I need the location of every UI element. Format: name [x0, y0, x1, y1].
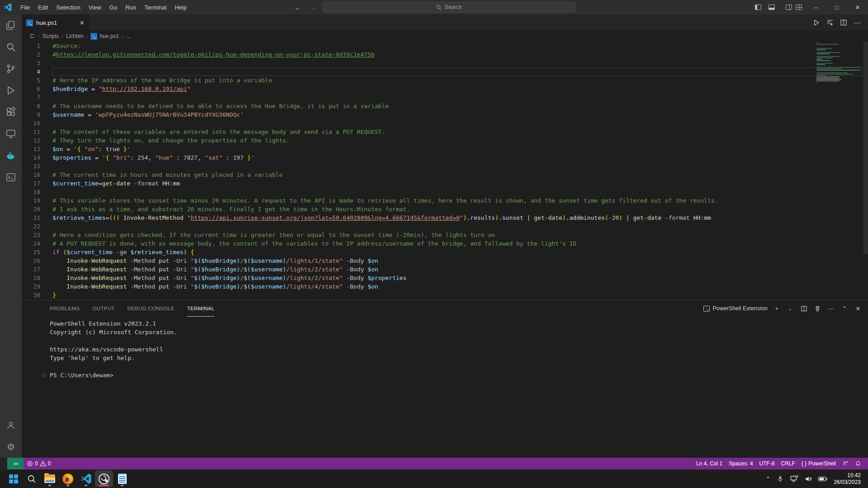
file-explorer-button[interactable]: [41, 470, 59, 487]
toggle-sidebar-icon[interactable]: [751, 0, 765, 14]
menu-edit[interactable]: Edit: [34, 2, 52, 13]
source-control-icon[interactable]: [0, 58, 22, 80]
nav-forward-icon[interactable]: →: [308, 4, 318, 11]
language-mode[interactable]: { } PowerShell: [798, 460, 839, 467]
docker-icon[interactable]: [0, 145, 22, 166]
tray-expand-icon[interactable]: ⌃: [766, 476, 770, 482]
menu-file[interactable]: File: [16, 2, 34, 13]
kill-terminal-icon[interactable]: [813, 303, 822, 313]
encoding[interactable]: UTF-8: [756, 460, 778, 467]
customize-layout-icon[interactable]: [792, 0, 806, 14]
code-line[interactable]: 8# The username needs to be defined to b…: [22, 102, 868, 110]
remote-explorer-icon[interactable]: [0, 123, 22, 145]
code-line[interactable]: 19# This variable stores the sunset time…: [22, 196, 868, 205]
menu-run[interactable]: Run: [121, 2, 140, 13]
code-line[interactable]: 27 Invoke-WebRequest -Method put -Uri "$…: [22, 265, 868, 274]
close-panel-icon[interactable]: ✕: [854, 303, 863, 313]
code-line[interactable]: 23# Here a condition gets checked. If th…: [22, 231, 868, 239]
eol-sequence[interactable]: CRLF: [778, 460, 798, 467]
code-line[interactable]: 30}: [22, 291, 868, 299]
code-line[interactable]: 10: [22, 119, 868, 128]
code-line[interactable]: 9$username = 'wpFPyzu4ezNasWUj75NArBVu34…: [22, 110, 868, 119]
code-line[interactable]: 3: [22, 59, 868, 67]
search-sidebar-icon[interactable]: [0, 36, 22, 58]
code-line[interactable]: 5# Here the IP address of the Hue Bridge…: [22, 76, 868, 85]
code-line[interactable]: 18: [22, 188, 868, 196]
tab-hue-ps1[interactable]: ›_ hue.ps1 ✕: [22, 14, 90, 31]
settings-gear-icon[interactable]: ⚙: [0, 436, 22, 458]
indentation[interactable]: Spaces: 4: [726, 460, 756, 467]
menu-help[interactable]: Help: [171, 2, 191, 13]
explorer-icon[interactable]: [0, 14, 22, 36]
vscode-taskbar-button[interactable]: [77, 470, 95, 487]
split-terminal-icon[interactable]: [799, 303, 808, 313]
code-line[interactable]: 6$hueBridge = "http://192.168.0.191/api": [22, 85, 868, 93]
code-line[interactable]: 15: [22, 162, 868, 171]
new-terminal-icon[interactable]: ＋: [772, 303, 781, 313]
editor-scrollbar[interactable]: [863, 42, 868, 254]
microphone-icon[interactable]: [777, 475, 784, 483]
minimize-button[interactable]: –: [806, 0, 826, 14]
accounts-icon[interactable]: [0, 414, 22, 436]
problems-status[interactable]: 0 0: [24, 458, 54, 469]
breadcrumb-item[interactable]: ...: [126, 33, 131, 39]
minimap[interactable]: [816, 43, 862, 83]
toggle-secondary-sidebar-icon[interactable]: [778, 0, 792, 14]
code-line[interactable]: 2#https://levelup.gitconnected.com/toggl…: [22, 50, 868, 59]
extensions-icon[interactable]: [0, 101, 22, 123]
nav-back-icon[interactable]: ←: [293, 4, 303, 11]
code-line[interactable]: 11# The content of these variables are e…: [22, 128, 868, 136]
breadcrumb-item[interactable]: ›_hue.ps1: [90, 33, 119, 40]
maximize-button[interactable]: □: [826, 0, 847, 14]
terminal-prompt[interactable]: PS C:\Users\dewae>: [50, 371, 868, 379]
panel-tab-debug-console[interactable]: DEBUG CONSOLE: [127, 300, 174, 317]
code-line[interactable]: 17$current_time=get-date -format HH:mm: [22, 179, 868, 188]
breadcrumb-item[interactable]: C:: [30, 33, 35, 39]
feedback-icon[interactable]: [839, 460, 852, 467]
code-line[interactable]: 25if ($current_time -ge $retrieve_times)…: [22, 248, 868, 256]
battery-icon[interactable]: [818, 476, 827, 482]
taskbar-search-button[interactable]: [23, 470, 41, 487]
close-button[interactable]: ✕: [847, 0, 868, 14]
clock[interactable]: 10:42 26/03/2023: [834, 472, 861, 486]
code-line[interactable]: 16# The current time in hours and minute…: [22, 171, 868, 179]
code-line[interactable]: 24# A PUT REQUEST is done, with as messa…: [22, 239, 868, 248]
shell-label[interactable]: ›_ PowerShell Extension: [703, 305, 768, 312]
volume-icon[interactable]: [805, 475, 812, 483]
code-line[interactable]: 22: [22, 222, 868, 231]
terminal-dropdown-icon[interactable]: ⌄: [786, 303, 795, 313]
code-line[interactable]: 14$properties = '{ "bri": 254, "hue" : 7…: [22, 153, 868, 162]
code-line[interactable]: 1#Source:: [22, 42, 868, 50]
code-line[interactable]: 4: [22, 67, 868, 76]
tab-close-icon[interactable]: ✕: [80, 19, 85, 26]
code-editor[interactable]: 1#Source:2#https://levelup.gitconnected.…: [22, 42, 868, 300]
toggle-panel-icon[interactable]: [765, 0, 778, 14]
terminal-sidebar-icon[interactable]: [0, 166, 22, 188]
split-editor-button[interactable]: [838, 17, 849, 28]
run-debug-icon[interactable]: [0, 80, 22, 101]
search-box[interactable]: Search: [323, 2, 576, 13]
run-file-button[interactable]: [811, 17, 822, 28]
code-line[interactable]: 13$on = '{ "on": true }': [22, 145, 868, 153]
code-line[interactable]: 21$retrieve_times=((( Invoke-RestMethod …: [22, 213, 868, 222]
more-actions-icon[interactable]: ⋯: [852, 17, 863, 28]
start-button[interactable]: [5, 470, 23, 487]
terminal-output[interactable]: PowerShell Extension v2023.2.1Copyright …: [22, 317, 868, 458]
menu-selection[interactable]: Selection: [52, 2, 84, 13]
breadcrumb-item[interactable]: Lichten: [66, 33, 84, 39]
breadcrumb[interactable]: C:›Scripts›Lichten››_hue.ps1›...: [22, 31, 868, 42]
panel-tab-problems[interactable]: PROBLEMS: [50, 300, 80, 317]
notifications-bell-icon[interactable]: [852, 460, 864, 467]
menu-go[interactable]: Go: [105, 2, 121, 13]
code-line[interactable]: 12# They turn the lights on, and change …: [22, 136, 868, 145]
panel-more-actions-icon[interactable]: ⋯: [826, 303, 835, 313]
panel-tab-terminal[interactable]: TERMINAL: [187, 300, 215, 317]
cursor-position[interactable]: Ln 4, Col 1: [693, 460, 726, 467]
menu-terminal[interactable]: Terminal: [140, 2, 171, 13]
maximize-panel-icon[interactable]: ⌃: [840, 303, 849, 313]
code-line[interactable]: 29 Invoke-WebRequest -Method put -Uri "$…: [22, 282, 868, 291]
code-line[interactable]: 28 Invoke-WebRequest -Method put -Uri "$…: [22, 274, 868, 282]
run-selection-button[interactable]: [825, 17, 835, 28]
menu-view[interactable]: View: [85, 2, 105, 13]
panel-tab-output[interactable]: OUTPUT: [92, 300, 114, 317]
